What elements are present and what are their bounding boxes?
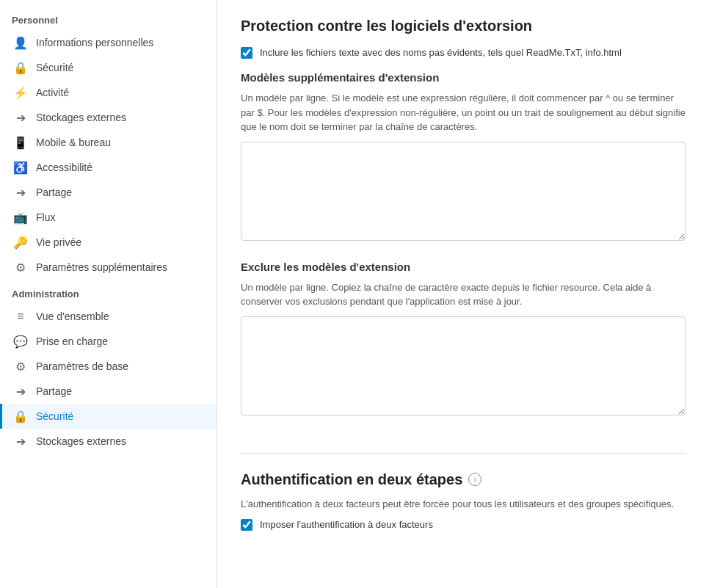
two-factor-header: Authentification en deux étapes i <box>241 471 686 488</box>
sidebar-item-label-prise-en-charge: Prise en charge <box>36 335 108 347</box>
exclude-patterns-description: Un modèle par ligne. Copiez la chaîne de… <box>241 280 686 309</box>
sidebar-item-partage-personnel[interactable]: ➔Partage <box>0 180 217 205</box>
ransomware-checkbox-label[interactable]: Inclure les fichiers texte avec des noms… <box>260 46 622 59</box>
sidebar-item-stockages-externes-admin[interactable]: ➔Stockages externes <box>0 429 217 454</box>
exclude-patterns-textarea[interactable] <box>241 316 686 415</box>
exclude-patterns-title: Exclure les modèles d'extension <box>241 261 686 273</box>
sidebar-item-flux[interactable]: 📺Flux <box>0 205 217 230</box>
sidebar-item-label-parametres-supplementaires: Paramètres supplémentaires <box>36 261 167 273</box>
sidebar-item-securite[interactable]: 🔒Sécurité <box>0 55 217 80</box>
sidebar-section-label: Personnel <box>0 6 217 30</box>
section-divider <box>241 453 686 454</box>
parametres-de-base-icon: ⚙ <box>14 360 27 373</box>
sidebar-item-label-activite: Activité <box>36 87 69 98</box>
stockages-externes-admin-icon: ➔ <box>14 435 27 448</box>
sidebar-item-label-securite-admin: Sécurité <box>36 410 73 422</box>
sidebar-item-label-vie-privee: Vie privée <box>36 236 81 248</box>
extension-patterns-description: Un modèle par ligne. Si le modèle est un… <box>241 91 686 134</box>
ransomware-checkbox-row: Inclure les fichiers texte avec des noms… <box>241 46 686 59</box>
ransomware-title: Protection contre les logiciels d'extors… <box>241 18 686 35</box>
stockages-externes-icon: ➔ <box>14 111 27 124</box>
sidebar-item-label-flux: Flux <box>36 211 55 223</box>
sidebar-item-parametres-supplementaires[interactable]: ⚙Paramètres supplémentaires <box>0 255 217 280</box>
partage-admin-icon: ➔ <box>14 385 27 398</box>
sidebar-item-label-securite: Sécurité <box>36 62 73 73</box>
sidebar-item-label-mobile-bureau: Mobile & bureau <box>36 137 111 148</box>
sidebar-item-label-partage-personnel: Partage <box>36 186 72 198</box>
parametres-supplementaires-icon: ⚙ <box>14 261 27 274</box>
vue-ensemble-icon: ≡ <box>14 310 27 323</box>
sidebar-item-activite[interactable]: ⚡Activité <box>0 80 217 105</box>
activite-icon: ⚡ <box>14 86 27 99</box>
ransomware-checkbox[interactable] <box>241 47 252 59</box>
accessibilite-icon: ♿ <box>14 161 27 174</box>
sidebar-item-vue-ensemble[interactable]: ≡Vue d'ensemble <box>0 304 217 329</box>
main-content: Protection contre les logiciels d'extors… <box>217 0 709 588</box>
two-factor-checkbox-label[interactable]: Imposer l'authentification à deux facteu… <box>260 518 433 531</box>
sidebar-item-label-stockages-externes-admin: Stockages externes <box>36 435 126 447</box>
sidebar-item-label-accessibilite: Accessibilité <box>36 161 92 173</box>
two-factor-description: L'authentification à deux facteurs peut … <box>241 497 686 512</box>
partage-personnel-icon: ➔ <box>14 186 27 199</box>
extension-patterns-textarea[interactable] <box>241 142 686 241</box>
securite-admin-icon: 🔒 <box>14 410 27 423</box>
sidebar-section-label: Administration <box>0 280 217 304</box>
sidebar-item-partage-admin[interactable]: ➔Partage <box>0 379 217 404</box>
two-factor-title: Authentification en deux étapes <box>241 471 462 488</box>
mobile-bureau-icon: 📱 <box>14 136 27 149</box>
sidebar-item-mobile-bureau[interactable]: 📱Mobile & bureau <box>0 130 217 155</box>
sidebar-item-informations-personnelles[interactable]: 👤Informations personnelles <box>0 30 217 55</box>
sidebar-item-label-parametres-de-base: Paramètres de base <box>36 360 128 372</box>
sidebar-item-stockages-externes[interactable]: ➔Stockages externes <box>0 105 217 130</box>
sidebar-item-label-vue-ensemble: Vue d'ensemble <box>36 311 109 322</box>
info-icon[interactable]: i <box>468 473 481 486</box>
flux-icon: 📺 <box>14 211 27 224</box>
prise-en-charge-icon: 💬 <box>14 335 27 348</box>
sidebar-item-securite-admin[interactable]: 🔒Sécurité <box>0 404 217 429</box>
sidebar-item-label-partage-admin: Partage <box>36 385 72 397</box>
securite-icon: 🔒 <box>14 61 27 74</box>
sidebar: Personnel👤Informations personnelles🔒Sécu… <box>0 0 217 588</box>
informations-personnelles-icon: 👤 <box>14 36 27 49</box>
sidebar-item-prise-en-charge[interactable]: 💬Prise en charge <box>0 329 217 354</box>
sidebar-item-label-informations-personnelles: Informations personnelles <box>36 37 153 48</box>
extension-patterns-title: Modèles supplémentaires d'extension <box>241 71 686 84</box>
two-factor-checkbox-row: Imposer l'authentification à deux facteu… <box>241 518 686 531</box>
sidebar-item-label-stockages-externes: Stockages externes <box>36 112 126 123</box>
sidebar-item-vie-privee[interactable]: 🔑Vie privée <box>0 230 217 255</box>
sidebar-item-parametres-de-base[interactable]: ⚙Paramètres de base <box>0 354 217 379</box>
two-factor-checkbox[interactable] <box>241 519 252 531</box>
sidebar-item-accessibilite[interactable]: ♿Accessibilité <box>0 155 217 180</box>
vie-privee-icon: 🔑 <box>14 236 27 249</box>
